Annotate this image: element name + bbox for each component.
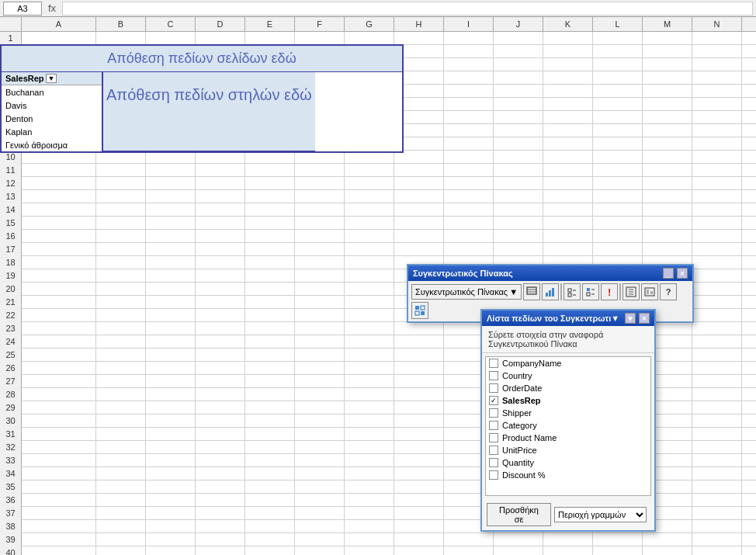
- field-checkbox-6[interactable]: [489, 433, 498, 442]
- cell-13-I[interactable]: [444, 190, 494, 203]
- tb-btn-field-settings[interactable]: [641, 283, 658, 300]
- cell-14-C[interactable]: [146, 203, 196, 217]
- cell-20-F[interactable]: [295, 283, 345, 296]
- cell-5-J[interactable]: [494, 85, 543, 98]
- cell-11-M[interactable]: [643, 164, 692, 177]
- cell-16-L[interactable]: [593, 230, 643, 243]
- field-item-product-name[interactable]: Product Name: [486, 432, 650, 444]
- cell-28-B[interactable]: [96, 388, 146, 401]
- cell-37-A[interactable]: [22, 507, 96, 520]
- cell-10-J[interactable]: [494, 151, 543, 164]
- cell-5-N[interactable]: [692, 85, 742, 98]
- cell-37-C[interactable]: [146, 507, 196, 520]
- cell-17-M[interactable]: [643, 243, 692, 256]
- cell-7-J[interactable]: [494, 111, 543, 124]
- cell-40-I[interactable]: [444, 546, 494, 555]
- cell-38-E[interactable]: [245, 520, 295, 533]
- cell-38-H[interactable]: [394, 520, 444, 533]
- cell-2-L[interactable]: [593, 45, 643, 58]
- cell-29-D[interactable]: [196, 401, 245, 415]
- cell-1-J[interactable]: [494, 32, 543, 45]
- cell-12-M[interactable]: [643, 177, 692, 190]
- cell-12-E[interactable]: [245, 177, 295, 190]
- cell-27-N[interactable]: [692, 375, 742, 388]
- cell-11-N[interactable]: [692, 164, 742, 177]
- cell-20-B[interactable]: [96, 283, 146, 296]
- cell-25-C[interactable]: [146, 349, 196, 362]
- cell-40-N[interactable]: [692, 546, 742, 555]
- cell-19-N[interactable]: [692, 269, 742, 283]
- cell-40-J[interactable]: [494, 546, 543, 555]
- cell-34-C[interactable]: [146, 467, 196, 480]
- cell-13-D[interactable]: [196, 190, 245, 203]
- col-header-N[interactable]: N: [692, 17, 742, 31]
- cell-14-G[interactable]: [345, 203, 394, 217]
- cell-36-A[interactable]: [22, 494, 96, 507]
- cell-31-N[interactable]: [692, 428, 742, 441]
- cell-37-E[interactable]: [245, 507, 295, 520]
- cell-4-N[interactable]: [692, 71, 742, 85]
- cell-12-I[interactable]: [444, 177, 494, 190]
- cell-16-B[interactable]: [96, 230, 146, 243]
- cell-24-F[interactable]: [295, 335, 345, 349]
- cell-24-G[interactable]: [345, 335, 394, 349]
- cell-35-F[interactable]: [295, 480, 345, 494]
- cell-11-G[interactable]: [345, 164, 394, 177]
- cell-31-C[interactable]: [146, 428, 196, 441]
- cell-19-C[interactable]: [146, 269, 196, 283]
- cell-11-D[interactable]: [196, 164, 245, 177]
- cell-11-J[interactable]: [494, 164, 543, 177]
- pivot-toolbar-close-btn[interactable]: ×: [677, 268, 688, 279]
- col-header-F[interactable]: F: [295, 17, 345, 31]
- field-item-companyname[interactable]: CompanyName: [486, 357, 650, 369]
- cell-38-B[interactable]: [96, 520, 146, 533]
- cell-16-N[interactable]: [692, 230, 742, 243]
- cell-13-A[interactable]: [22, 190, 96, 203]
- cell-39-H[interactable]: [394, 533, 444, 546]
- cell-11-C[interactable]: [146, 164, 196, 177]
- cell-40-A[interactable]: [22, 546, 96, 555]
- cell-13-E[interactable]: [245, 190, 295, 203]
- row-total[interactable]: Γενικό άθροισμα: [2, 138, 102, 151]
- cell-34-A[interactable]: [22, 467, 96, 480]
- cell-11-H[interactable]: [394, 164, 444, 177]
- cell-30-G[interactable]: [345, 415, 394, 428]
- cell-14-F[interactable]: [295, 203, 345, 217]
- cell-10-N[interactable]: [692, 151, 742, 164]
- cell-7-M[interactable]: [643, 111, 692, 124]
- cell-23-B[interactable]: [96, 322, 146, 335]
- cell-6-M[interactable]: [643, 98, 692, 111]
- cell-15-J[interactable]: [494, 217, 543, 230]
- col-header-K[interactable]: K: [543, 17, 593, 31]
- cell-5-M[interactable]: [643, 85, 692, 98]
- cell-22-C[interactable]: [146, 309, 196, 322]
- cell-39-D[interactable]: [196, 533, 245, 546]
- cell-14-J[interactable]: [494, 203, 543, 217]
- cell-15-E[interactable]: [245, 217, 295, 230]
- cell-25-N[interactable]: [692, 349, 742, 362]
- cell-38-N[interactable]: [692, 520, 742, 533]
- col-header-I[interactable]: I: [444, 17, 494, 31]
- cell-40-E[interactable]: [245, 546, 295, 555]
- cell-1-M[interactable]: [643, 32, 692, 45]
- cell-18-A[interactable]: [22, 256, 96, 269]
- cell-16-H[interactable]: [394, 230, 444, 243]
- cell-31-H[interactable]: [394, 428, 444, 441]
- cell-17-H[interactable]: [394, 243, 444, 256]
- cell-20-N[interactable]: [692, 283, 742, 296]
- cell-18-G[interactable]: [345, 256, 394, 269]
- cell-1-G[interactable]: [345, 32, 394, 45]
- cell-12-L[interactable]: [593, 177, 643, 190]
- cell-29-C[interactable]: [146, 401, 196, 415]
- field-checkbox-2[interactable]: [489, 383, 498, 393]
- cell-22-E[interactable]: [245, 309, 295, 322]
- cell-28-F[interactable]: [295, 388, 345, 401]
- cell-1-A[interactable]: [22, 32, 96, 45]
- cell-17-F[interactable]: [295, 243, 345, 256]
- cell-36-E[interactable]: [245, 494, 295, 507]
- cell-33-E[interactable]: [245, 454, 295, 467]
- col-header-G[interactable]: G: [345, 17, 394, 31]
- cell-30-C[interactable]: [146, 415, 196, 428]
- cell-25-B[interactable]: [96, 349, 146, 362]
- row-kaplan[interactable]: Kaplan: [2, 125, 102, 138]
